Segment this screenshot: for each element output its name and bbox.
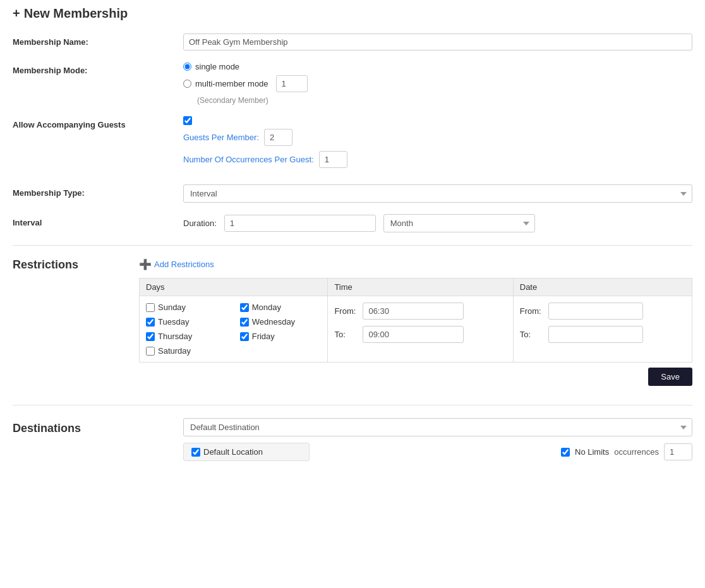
membership-mode-wrap: single mode multi-member mode (Secondary… (183, 62, 692, 105)
wednesday-checkbox[interactable] (240, 318, 249, 327)
time-from-input[interactable] (363, 303, 464, 320)
restrictions-content-col: ➕ Add Restrictions Days Time Date (139, 258, 692, 386)
monday-label: Monday (252, 303, 281, 312)
save-btn-wrap: Save (139, 363, 692, 386)
day-friday: Friday (240, 332, 322, 341)
duration-unit-select[interactable]: Month Week Day Year (383, 214, 535, 232)
date-header: Date (513, 279, 692, 296)
add-restrictions-button[interactable]: ➕ Add Restrictions (139, 258, 214, 270)
time-from-label: From: (334, 306, 356, 316)
plus-icon: + (13, 6, 20, 21)
interval-label: Interval (13, 214, 183, 227)
occurrences-input[interactable] (664, 443, 692, 460)
guests-per-member-label: Guests Per Member: (183, 133, 259, 142)
membership-name-wrap (183, 33, 692, 51)
interval-wrap: Duration: Month Week Day Year (183, 214, 692, 232)
sunday-label: Sunday (158, 303, 186, 312)
saturday-checkbox[interactable] (146, 347, 155, 356)
day-sunday: Sunday (146, 303, 227, 312)
default-location-check-wrap: Default Location (183, 443, 310, 461)
tuesday-label: Tuesday (158, 317, 189, 327)
allow-guests-checkbox-row (183, 116, 692, 125)
allow-guests-wrap: Guests Per Member: Number Of Occurrences… (183, 116, 692, 173)
multi-mode-row: multi-member mode (183, 75, 692, 92)
sunday-checkbox[interactable] (146, 303, 155, 312)
no-limits-row: No Limits occurrences (561, 443, 692, 460)
default-destination-select[interactable]: Default Destination (183, 418, 692, 436)
allow-guests-checkbox[interactable] (183, 116, 192, 125)
time-to-input[interactable] (363, 326, 464, 343)
membership-name-label: Membership Name: (13, 33, 183, 47)
days-cell: Sunday Monday Tuesday (140, 296, 328, 363)
days-grid: Sunday Monday Tuesday (146, 303, 321, 356)
destinations-label: Destinations (13, 418, 183, 435)
plus-circle-icon: ➕ (139, 258, 152, 270)
single-mode-row: single mode (183, 62, 692, 71)
day-tuesday: Tuesday (146, 317, 227, 327)
date-to-label: To: (520, 330, 542, 339)
interval-row: Interval Duration: Month Week Day Year (13, 214, 692, 232)
membership-type-wrap: Interval Date Range Open (183, 184, 692, 203)
allow-guests-label: Allow Accompanying Guests (13, 116, 183, 129)
date-to-input[interactable] (548, 326, 643, 343)
date-from-label: From: (520, 306, 542, 316)
tuesday-checkbox[interactable] (146, 318, 155, 327)
secondary-member-input[interactable] (276, 75, 308, 92)
destinations-control: Default Destination Default Location No … (183, 418, 692, 461)
secondary-member-label: (Secondary Member) (197, 96, 692, 105)
date-from-input[interactable] (548, 303, 643, 320)
destinations-row: Destinations Default Destination Default… (13, 418, 692, 461)
membership-mode-label: Membership Mode: (13, 62, 183, 75)
occurrences-per-guest-input[interactable] (319, 151, 347, 168)
date-to-row: To: (520, 326, 685, 343)
default-location-row: Default Location No Limits occurrences (183, 443, 692, 461)
page-title: + New Membership (13, 6, 692, 21)
restrictions-header: ➕ Add Restrictions (139, 258, 692, 270)
guests-per-member-row: Guests Per Member: (183, 129, 692, 146)
membership-name-row: Membership Name: (13, 33, 692, 51)
membership-type-row: Membership Type: Interval Date Range Ope… (13, 184, 692, 203)
single-mode-radio[interactable] (183, 63, 191, 71)
membership-type-label: Membership Type: (13, 184, 183, 198)
default-location-label: Default Location (203, 447, 263, 457)
time-to-row: To: (334, 326, 506, 343)
guests-per-member-input[interactable] (264, 129, 292, 146)
date-cell: From: To: (513, 296, 692, 363)
no-limits-checkbox[interactable] (561, 448, 570, 457)
thursday-label: Thursday (158, 332, 192, 341)
divider-1 (13, 245, 692, 246)
occurrences-per-guest-row: Number Of Occurrences Per Guest: (183, 151, 692, 168)
allow-guests-row: Allow Accompanying Guests Guests Per Mem… (13, 116, 692, 173)
monday-checkbox[interactable] (240, 303, 249, 312)
divider-2 (13, 405, 692, 405)
time-to-label: To: (334, 330, 356, 339)
day-thursday: Thursday (146, 332, 227, 341)
duration-input[interactable] (224, 215, 376, 232)
time-cell: From: To: (328, 296, 513, 363)
restrictions-section-title: Restrictions (13, 258, 126, 272)
membership-type-select[interactable]: Interval Date Range Open (183, 184, 692, 203)
time-from-row: From: (334, 303, 506, 320)
multi-mode-label: multi-member mode (195, 79, 268, 88)
wednesday-label: Wednesday (252, 317, 295, 327)
time-header: Time (328, 279, 513, 296)
day-wednesday: Wednesday (240, 317, 322, 327)
default-location-checkbox[interactable] (191, 448, 200, 457)
friday-checkbox[interactable] (240, 332, 249, 341)
save-button[interactable]: Save (648, 368, 692, 386)
days-header: Days (140, 279, 328, 296)
duration-label: Duration: (183, 219, 217, 228)
membership-mode-row: Membership Mode: single mode multi-membe… (13, 62, 692, 105)
thursday-checkbox[interactable] (146, 332, 155, 341)
friday-label: Friday (252, 332, 275, 341)
restrictions-section: Restrictions ➕ Add Restrictions Days Tim… (13, 258, 692, 386)
saturday-label: Saturday (158, 346, 191, 356)
membership-name-input[interactable] (183, 33, 692, 51)
restrictions-label-col: Restrictions (13, 258, 126, 280)
interval-inner-row: Duration: Month Week Day Year (183, 214, 692, 232)
multi-mode-radio[interactable] (183, 80, 191, 88)
add-restrictions-label: Add Restrictions (154, 260, 214, 269)
date-from-row: From: (520, 303, 685, 320)
restrictions-table: Days Time Date Sunday (139, 278, 692, 363)
occurrences-per-guest-label: Number Of Occurrences Per Guest: (183, 155, 314, 164)
